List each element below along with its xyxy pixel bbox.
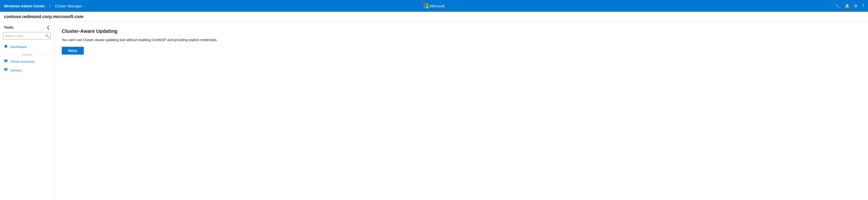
page-title: Cluster-Aware Updating	[62, 28, 860, 34]
content-row: Tools ❮ 🔍 Dashboard Compute	[0, 22, 868, 200]
topbar-right: >_ 🔔 ⚙ ?	[836, 4, 864, 8]
microsoft-logo	[423, 3, 428, 8]
sidebar-item-label-dashboard: Dashboard	[10, 45, 26, 49]
sidebar-collapse-button[interactable]: ❮	[45, 25, 51, 30]
microsoft-label: Microsoft	[430, 4, 445, 8]
cluster-manager-button[interactable]: Cluster Manager ⌄	[55, 4, 86, 8]
section-compute: Compute	[0, 51, 54, 57]
home-icon	[4, 44, 8, 49]
cluster-manager-label: Cluster Manager	[55, 4, 82, 8]
app-title: Windows Admin Center	[4, 4, 45, 8]
logo-blue	[423, 6, 426, 8]
sidebar-item-servers[interactable]: Servers	[0, 66, 54, 75]
sidebar-item-virtual-machines[interactable]: Virtual machines	[0, 57, 54, 66]
server-icon	[4, 68, 8, 73]
sidebar-item-dashboard[interactable]: Dashboard	[0, 42, 54, 51]
svg-point-7	[7, 70, 7, 70]
logo-red	[423, 3, 426, 6]
sidebar: Tools ❮ 🔍 Dashboard Compute	[0, 22, 54, 200]
page-message: You can't use Cluster-Aware updating too…	[62, 38, 860, 42]
settings-icon[interactable]: ⚙	[854, 4, 858, 8]
topbar: Windows Admin Center | Cluster Manager ⌄…	[0, 0, 868, 12]
search-tools-input[interactable]	[3, 32, 51, 39]
topbar-divider: |	[50, 3, 51, 8]
sidebar-item-label-servers: Servers	[10, 69, 22, 72]
topbar-left: Windows Admin Center | Cluster Manager ⌄	[4, 3, 86, 8]
server-title-bar: contoso.redmond.corp.microsoft.com	[0, 12, 868, 22]
server-hostname: contoso.redmond.corp.microsoft.com	[4, 14, 84, 19]
main-content-area: Cluster-Aware Updating You can't use Clu…	[54, 22, 868, 200]
sidebar-header: Tools ❮	[0, 22, 54, 32]
terminal-icon[interactable]: >_	[836, 4, 840, 8]
sidebar-search-container: 🔍	[3, 32, 51, 39]
svg-rect-2	[4, 60, 7, 62]
main-layout: contoso.redmond.corp.microsoft.com Tools…	[0, 12, 868, 200]
topbar-center: Microsoft	[423, 3, 445, 8]
sidebar-item-label-vms: Virtual machines	[10, 60, 35, 63]
tools-label: Tools	[4, 25, 13, 29]
vm-icon	[4, 59, 8, 64]
logo-yellow	[426, 6, 428, 8]
chevron-down-icon: ⌄	[84, 4, 86, 8]
logo-green	[426, 3, 428, 6]
retry-button[interactable]: Retry	[62, 47, 84, 55]
help-icon[interactable]: ?	[862, 4, 864, 8]
svg-point-6	[7, 69, 7, 69]
bell-icon[interactable]: 🔔	[845, 4, 850, 8]
